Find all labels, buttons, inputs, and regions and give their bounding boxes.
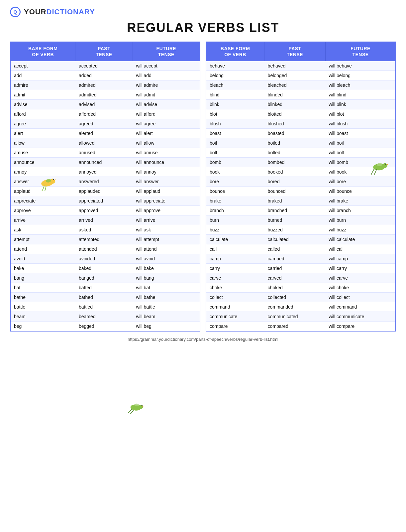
table-cell: will bomb <box>326 158 396 167</box>
table-cell: ask <box>10 225 75 235</box>
table-row: campcampedwill camp <box>206 254 396 264</box>
table-cell: arrived <box>75 215 133 225</box>
table-cell: collect <box>206 293 264 302</box>
header: Q YOURDICTIONARY <box>10 7 396 17</box>
table-cell: amuse <box>10 148 75 158</box>
table-row: announceannouncedwill announce <box>10 158 200 167</box>
table-cell: communicated <box>264 312 326 322</box>
table-row: behavebehavedwill behave <box>206 61 396 71</box>
table-row: beambeamedwill beam <box>10 312 200 322</box>
table-cell: belonged <box>264 71 326 80</box>
table-cell: will behave <box>326 61 396 71</box>
table-cell: carried <box>264 264 326 273</box>
table-cell: blind <box>206 90 264 100</box>
table-cell: will advise <box>133 100 200 109</box>
table-cell: will collect <box>326 293 396 302</box>
table-row: collectcollectedwill collect <box>206 293 396 302</box>
table-row: blindblindedwill blind <box>206 90 396 100</box>
svg-point-8 <box>140 405 143 408</box>
table-row: boreboredwill bore <box>206 177 396 187</box>
table-cell: bleach <box>206 80 264 90</box>
table-cell: asked <box>75 225 133 235</box>
table-cell: beamed <box>75 312 133 322</box>
table-cell: booked <box>264 167 326 177</box>
table-cell: avoid <box>10 254 75 264</box>
table-cell: will carve <box>326 273 396 283</box>
table-cell: branched <box>264 206 326 215</box>
table-cell: behave <box>206 61 264 71</box>
table-cell: annoyed <box>75 167 133 177</box>
table-row: belongbelongedwill belong <box>206 71 396 80</box>
table-cell: blushed <box>264 119 326 129</box>
table-cell: will blink <box>326 100 396 109</box>
table-cell: bathed <box>75 293 133 302</box>
table-cell: applaud <box>10 187 75 196</box>
table-cell: will battle <box>133 302 200 312</box>
table-cell: alert <box>10 129 75 138</box>
table-cell: will carry <box>326 264 396 273</box>
table-row: allowallowedwill allow <box>10 138 200 148</box>
table-cell: will bathe <box>133 293 200 302</box>
table-cell: bombed <box>264 158 326 167</box>
table-row: bouncebouncedwill bounce <box>206 187 396 196</box>
table-cell: will command <box>326 302 396 312</box>
table-cell: admitted <box>75 90 133 100</box>
table-row: blushblushedwill blush <box>206 119 396 129</box>
table-cell: will boil <box>326 138 396 148</box>
table-cell: boil <box>206 138 264 148</box>
table-cell: begged <box>75 322 133 332</box>
table-cell: will blind <box>326 90 396 100</box>
table-cell: will admit <box>133 90 200 100</box>
table-cell: will add <box>133 71 200 80</box>
table-cell: advised <box>75 100 133 109</box>
table-cell: bounced <box>264 187 326 196</box>
table-row: boilboiledwill boil <box>206 138 396 148</box>
table-row: answeransweredwill answer <box>10 177 200 187</box>
table-cell: admire <box>10 80 75 90</box>
table-row: carrycarriedwill carry <box>206 264 396 273</box>
table-row: commandcommandedwill command <box>206 302 396 312</box>
table-cell: compare <box>206 322 264 332</box>
table-cell: banged <box>75 273 133 283</box>
table-cell: bore <box>206 177 264 187</box>
table-cell: bounce <box>206 187 264 196</box>
table-cell: attend <box>10 244 75 254</box>
table-cell: will avoid <box>133 254 200 264</box>
table-cell: answer <box>10 177 75 187</box>
table-cell: will approve <box>133 206 200 215</box>
table-cell: will answer <box>133 177 200 187</box>
table-row: attendattendedwill attend <box>10 244 200 254</box>
table-cell: will admire <box>133 80 200 90</box>
table-cell: will beg <box>133 322 200 332</box>
table-row: blotblottedwill blot <box>206 109 396 119</box>
table-cell: afforded <box>75 109 133 119</box>
table-cell: will bang <box>133 273 200 283</box>
table-row: battlebattledwill battle <box>10 302 200 312</box>
table-cell: beam <box>10 312 75 322</box>
col-header-past1: PASTTENSE <box>75 42 133 61</box>
table-cell: bake <box>10 264 75 273</box>
table-cell: bored <box>264 177 326 187</box>
logo-text: YOURDICTIONARY <box>24 8 95 16</box>
table-cell: battled <box>75 302 133 312</box>
table-row: bangbangedwill bang <box>10 273 200 283</box>
table-cell: will choke <box>326 283 396 293</box>
table-cell: will book <box>326 167 396 177</box>
table-cell: will camp <box>326 254 396 264</box>
table-cell: will afford <box>133 109 200 119</box>
table-cell: call <box>206 244 264 254</box>
table-cell: burned <box>264 215 326 225</box>
table-cell: admired <box>75 80 133 90</box>
table-row: approveapprovedwill approve <box>10 206 200 215</box>
table-cell: allow <box>10 138 75 148</box>
table-cell: command <box>206 302 264 312</box>
table-cell: allowed <box>75 138 133 148</box>
table-cell: alerted <box>75 129 133 138</box>
col-header-past2: PASTTENSE <box>264 42 326 61</box>
table-cell: added <box>75 71 133 80</box>
table-cell: will annoy <box>133 167 200 177</box>
table-row: amuseamusedwill amuse <box>10 148 200 158</box>
table-row: arrivearrivedwill arrive <box>10 215 200 225</box>
table-cell: will bat <box>133 283 200 293</box>
table-cell: will blot <box>326 109 396 119</box>
